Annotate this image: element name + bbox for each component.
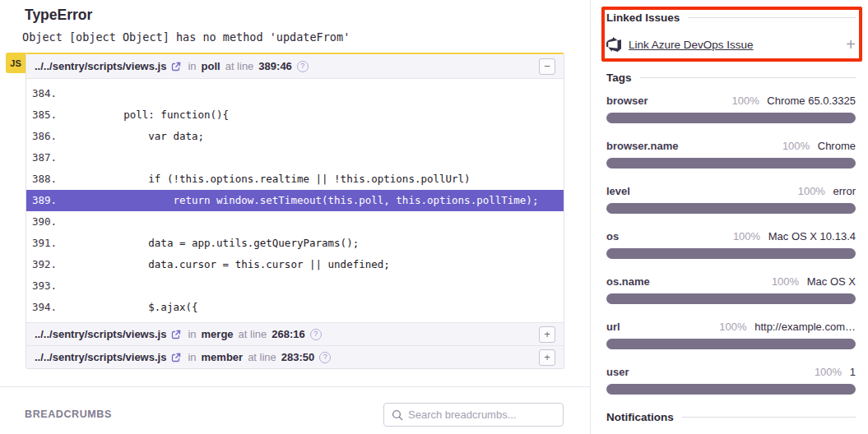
linked-issues-section: Linked Issues Link Azure DevOps Issue +: [606, 12, 856, 53]
tag-percent: 100%: [719, 321, 746, 333]
tag-name-link[interactable]: user: [606, 366, 629, 378]
tag-distribution-bar[interactable]: [606, 384, 856, 395]
column-divider: [590, 0, 591, 434]
frame-file-link[interactable]: ../../sentry/scripts/views.js: [35, 60, 166, 72]
code-text: var data;: [74, 126, 204, 147]
tag-value-link[interactable]: Mac OS X: [807, 275, 856, 288]
external-link-icon[interactable]: [171, 330, 181, 339]
tag-name-link[interactable]: browser: [606, 95, 648, 107]
line-number: 392.: [26, 254, 74, 275]
stack-frame-collapsed[interactable]: ../../sentry/scripts/views.js in member …: [26, 345, 564, 368]
section-divider: [0, 386, 590, 387]
tag-name-link[interactable]: os.name: [606, 275, 650, 288]
tag-name-link[interactable]: os: [606, 230, 619, 242]
line-number: 394.: [26, 297, 74, 318]
line-number: 389.: [26, 190, 74, 211]
tag-row[interactable]: level 100% error: [606, 185, 856, 214]
code-text: return window.setTimeout(this.poll, this…: [74, 190, 538, 211]
tag-row[interactable]: user 100% 1: [606, 366, 856, 395]
help-icon[interactable]: ?: [310, 329, 322, 340]
code-text: data.cursor = this.cursor || undefined;: [74, 254, 390, 275]
tag-distribution-bar[interactable]: [606, 158, 856, 169]
source-code-block: 384. 385. poll: function(){ 386. var dat…: [26, 79, 564, 322]
code-line: 386. var data;: [26, 126, 564, 147]
code-line: 392. data.cursor = this.cursor || undefi…: [26, 254, 564, 275]
frame-in-label: in: [188, 328, 196, 340]
tag-name-link[interactable]: browser.name: [606, 140, 678, 152]
add-linked-issue-button[interactable]: +: [846, 36, 856, 53]
expand-frame-button[interactable]: +: [539, 326, 555, 343]
tag-percent: 100%: [772, 275, 799, 288]
stack-frame-collapsed[interactable]: ../../sentry/scripts/views.js in merge a…: [26, 322, 564, 345]
tag-distribution-bar[interactable]: [606, 113, 856, 123]
error-message: Object [object Object] has no method 'up…: [22, 30, 350, 44]
frame-file-link[interactable]: ../../sentry/scripts/views.js: [35, 351, 166, 363]
frame-at-label: at line: [248, 351, 276, 363]
tag-value-link[interactable]: http://example.com…: [754, 321, 856, 333]
code-line: 393.: [26, 275, 564, 297]
issue-detail-page: TypeError Object [object Object] has no …: [0, 0, 868, 434]
frame-file-link[interactable]: ../../sentry/scripts/views.js: [35, 328, 166, 340]
code-line: 394. $.ajax({: [26, 297, 564, 318]
tag-percent: 100%: [731, 95, 759, 107]
tag-row[interactable]: browser.name 100% Chrome: [606, 140, 856, 169]
code-line: 390.: [26, 211, 564, 233]
js-platform-badge: JS: [6, 53, 26, 73]
code-line: 391. data = app.utils.getQueryParams();: [26, 233, 564, 254]
code-text: data = app.utils.getQueryParams();: [74, 233, 359, 254]
expand-frame-button[interactable]: +: [539, 349, 555, 366]
tag-value-link[interactable]: Mac OS X 10.13.4: [768, 230, 856, 242]
frame-function: poll: [202, 60, 220, 72]
line-number: 385.: [26, 104, 74, 126]
frame-line-number: 389:46: [258, 60, 291, 72]
tag-name-link[interactable]: url: [606, 321, 620, 333]
help-icon[interactable]: ?: [297, 61, 309, 72]
tag-value-link[interactable]: 1: [850, 366, 856, 378]
line-number: 393.: [26, 275, 74, 297]
line-number: 388.: [26, 169, 74, 190]
tag-row[interactable]: url 100% http://example.com…: [606, 321, 856, 349]
search-input[interactable]: [408, 409, 563, 421]
tag-name-link[interactable]: level: [606, 185, 630, 197]
link-issue-row[interactable]: Link Azure DevOps Issue +: [606, 36, 856, 53]
code-line: 387.: [26, 147, 564, 169]
collapse-frame-button[interactable]: −: [539, 58, 555, 75]
tags-section: Tags browser 100% Chrome 65.0.3325 br: [606, 72, 856, 395]
tag-distribution-bar[interactable]: [606, 293, 856, 304]
frame-function: merge: [202, 328, 234, 340]
tag-row[interactable]: browser 100% Chrome 65.0.3325: [606, 95, 856, 123]
search-icon: [392, 409, 403, 421]
stack-frame-active[interactable]: ../../sentry/scripts/views.js in poll at…: [26, 54, 564, 79]
code-text: poll: function(){: [74, 104, 229, 126]
tag-percent: 100%: [782, 140, 810, 152]
help-icon[interactable]: ?: [319, 352, 331, 363]
frame-at-label: at line: [239, 328, 267, 340]
link-azure-devops-issue-link[interactable]: Link Azure DevOps Issue: [629, 39, 754, 51]
tag-distribution-bar[interactable]: [606, 248, 856, 259]
tags-title: Tags: [606, 72, 856, 84]
tag-distribution-bar[interactable]: [606, 203, 856, 214]
frame-in-label: in: [188, 60, 196, 72]
tag-row[interactable]: os.name 100% Mac OS X: [606, 275, 856, 304]
frame-at-label: at line: [225, 60, 254, 72]
page-title: TypeError: [25, 7, 92, 24]
external-link-icon[interactable]: [171, 353, 181, 362]
tag-percent: 100%: [815, 366, 842, 378]
frame-line-number: 283:50: [281, 351, 314, 363]
tag-percent: 100%: [798, 185, 825, 197]
sidebar: Linked Issues Link Azure DevOps Issue + …: [606, 0, 856, 423]
tag-row[interactable]: os 100% Mac OS X 10.13.4: [606, 230, 856, 259]
code-line: 388. if (!this.options.realtime || !this…: [26, 169, 564, 190]
tag-value-link[interactable]: Chrome 65.0.3325: [767, 95, 856, 107]
line-number: 387.: [26, 147, 74, 169]
external-link-icon[interactable]: [171, 62, 181, 72]
breadcrumbs-search[interactable]: [383, 403, 564, 427]
notifications-title: Notifications: [606, 411, 856, 423]
tag-percent: 100%: [733, 230, 760, 242]
code-line: 384.: [26, 83, 564, 104]
tag-value-link[interactable]: error: [833, 185, 856, 197]
breadcrumbs-section-title: BREADCRUMBS: [25, 409, 112, 420]
line-number: 386.: [26, 126, 74, 147]
tag-value-link[interactable]: Chrome: [818, 140, 856, 152]
tag-distribution-bar[interactable]: [606, 339, 856, 349]
